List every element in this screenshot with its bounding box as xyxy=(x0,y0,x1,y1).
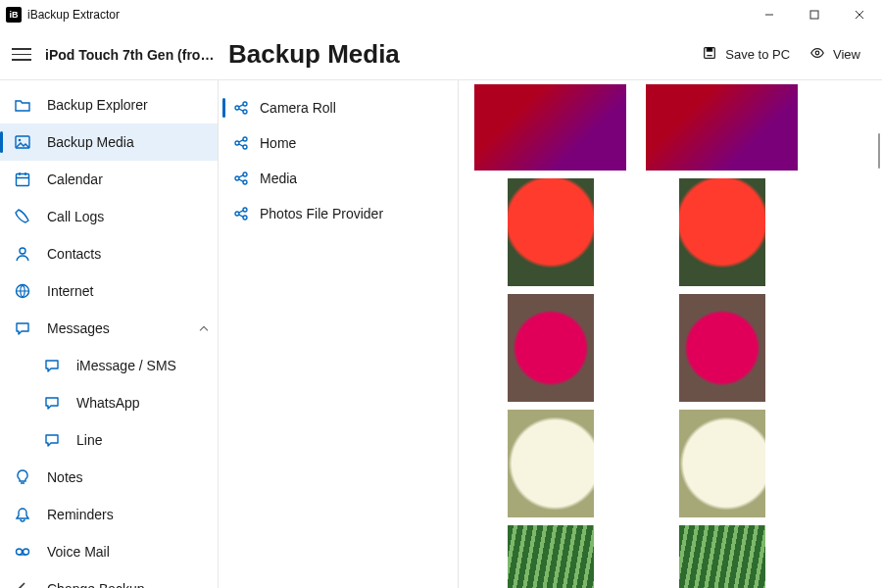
window-titlebar: iB iBackup Extractor xyxy=(0,0,882,29)
media-thumbnail[interactable] xyxy=(474,84,626,171)
share-icon xyxy=(232,99,250,117)
album-label: Media xyxy=(260,171,297,186)
folder-icon xyxy=(14,96,31,114)
window-minimize-button[interactable] xyxy=(747,0,792,29)
sidebar-nav: Backup ExplorerBackup MediaCalendarCall … xyxy=(0,80,219,588)
media-grid-panel[interactable] xyxy=(459,80,882,588)
chat-icon xyxy=(14,319,31,337)
sidebar-item-label: Backup Explorer xyxy=(47,97,210,113)
sidebar-item-voice-mail[interactable]: Voice Mail xyxy=(0,533,218,570)
window-close-button[interactable] xyxy=(837,0,882,29)
sidebar-item-label: Contacts xyxy=(47,246,210,262)
phone-icon xyxy=(14,208,31,225)
app-icon: iB xyxy=(6,7,22,23)
sidebar-item-label: iMessage / SMS xyxy=(76,358,210,373)
media-thumbnail[interactable] xyxy=(646,84,798,171)
view-label: View xyxy=(833,47,860,62)
media-thumbnail[interactable] xyxy=(679,410,765,517)
sidebar-item-label: Call Logs xyxy=(47,209,210,224)
view-button[interactable]: View xyxy=(800,41,870,68)
chat-icon xyxy=(43,394,61,412)
save-to-pc-button[interactable]: Save to PC xyxy=(692,41,800,68)
chat-icon xyxy=(43,431,61,449)
album-label: Photos File Provider xyxy=(260,206,383,221)
sidebar-item-label: Internet xyxy=(47,283,210,299)
media-thumbnail[interactable] xyxy=(679,178,765,286)
save-icon xyxy=(702,45,717,64)
sidebar-item-call-logs[interactable]: Call Logs xyxy=(0,198,218,235)
share-icon xyxy=(232,205,250,222)
sidebar-item-calendar[interactable]: Calendar xyxy=(0,161,218,198)
eye-icon xyxy=(809,45,825,64)
album-item-home[interactable]: Home xyxy=(219,125,458,161)
lightbulb-icon xyxy=(14,468,31,486)
media-thumbnail[interactable] xyxy=(508,294,594,402)
sidebar-item-label: Change Backup xyxy=(47,581,210,588)
sidebar-item-label: Voice Mail xyxy=(47,544,210,560)
album-label: Home xyxy=(260,135,296,151)
sidebar-item-label: Calendar xyxy=(47,172,210,187)
sidebar-item-line[interactable]: Line xyxy=(0,421,218,459)
window-maximize-button[interactable] xyxy=(792,0,837,29)
sidebar-item-whatsapp[interactable]: WhatsApp xyxy=(0,384,218,421)
album-label: Camera Roll xyxy=(260,100,336,116)
back-icon xyxy=(14,580,31,588)
scrollbar-thumb[interactable] xyxy=(878,133,880,169)
chat-icon xyxy=(43,357,61,374)
sidebar-item-reminders[interactable]: Reminders xyxy=(0,496,218,533)
page-title: Backup Media xyxy=(228,39,400,70)
album-item-photos-file-provider[interactable]: Photos File Provider xyxy=(219,196,458,231)
calendar-icon xyxy=(14,171,31,188)
sidebar-item-contacts[interactable]: Contacts xyxy=(0,235,218,272)
bell-icon xyxy=(14,506,31,523)
media-thumbnail[interactable] xyxy=(508,178,594,286)
voicemail-icon xyxy=(14,543,31,561)
image-icon xyxy=(14,133,31,151)
media-thumbnail[interactable] xyxy=(508,410,594,517)
person-icon xyxy=(14,245,31,263)
sidebar-item-internet[interactable]: Internet xyxy=(0,272,218,310)
sidebar-item-label: WhatsApp xyxy=(76,395,210,411)
sidebar-item-label: Reminders xyxy=(47,507,210,522)
hamburger-menu-button[interactable] xyxy=(12,45,31,65)
album-list: Camera RollHomeMediaPhotos File Provider xyxy=(219,80,459,588)
sidebar-item-label: Notes xyxy=(47,469,210,485)
header-bar: iPod Touch 7th Gen (from To… Backup Medi… xyxy=(0,29,882,80)
sidebar-item-imessage-sms[interactable]: iMessage / SMS xyxy=(0,347,218,384)
sidebar-item-change-backup[interactable]: Change Backup xyxy=(0,570,218,588)
media-thumbnail[interactable] xyxy=(679,525,765,588)
media-thumbnail[interactable] xyxy=(679,294,765,402)
sidebar-item-label: Messages xyxy=(47,320,198,336)
sidebar-item-notes[interactable]: Notes xyxy=(0,459,218,496)
album-item-media[interactable]: Media xyxy=(219,161,458,196)
sidebar-item-messages[interactable]: Messages xyxy=(0,310,218,347)
sidebar-item-label: Backup Media xyxy=(47,134,210,150)
app-title: iBackup Extractor xyxy=(27,8,120,22)
device-title[interactable]: iPod Touch 7th Gen (from To… xyxy=(45,47,217,63)
sidebar-item-label: Line xyxy=(76,432,210,448)
album-item-camera-roll[interactable]: Camera Roll xyxy=(219,90,458,125)
save-label: Save to PC xyxy=(725,47,790,62)
share-icon xyxy=(232,134,250,152)
sidebar-item-backup-explorer[interactable]: Backup Explorer xyxy=(0,86,218,123)
globe-icon xyxy=(14,282,31,300)
sidebar-item-backup-media[interactable]: Backup Media xyxy=(0,123,218,161)
share-icon xyxy=(232,170,250,187)
media-thumbnail[interactable] xyxy=(508,525,594,588)
chevron-up-icon xyxy=(198,322,210,334)
